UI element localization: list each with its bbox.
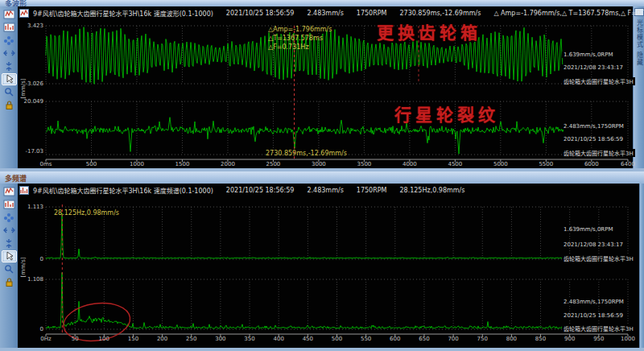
- x-tick-label: 0Hz: [32, 336, 60, 342]
- spectrum-cursor-label: 28.125Hz,0.98mm/s: [54, 209, 119, 217]
- header-channel: 9#风机\齿轮箱大齿圈行星轮水平3H\16k 速度频谱(0.1-1000): [33, 186, 213, 195]
- spec2-datetime: 2021/10/25 18:56:59: [562, 312, 625, 319]
- spectrum-chart-icon[interactable]: [2, 22, 17, 34]
- header-rpm: 1750RPM: [357, 10, 387, 17]
- pointer-icon[interactable]: [2, 73, 17, 85]
- spec1-ymax-label: 1.113: [18, 204, 43, 210]
- spectrum-unit-label: [mm/s]: [20, 257, 27, 277]
- spectrum-window: 多频谱 9#风机\齿轮箱大齿圈行星轮水平3H\16k 速度频谱(0.1-1000…: [0, 171, 644, 351]
- header-chart-icon: [19, 9, 29, 18]
- x-tick-label: 50: [61, 336, 89, 342]
- x-tick-label: 5000: [487, 161, 514, 167]
- trace2-ymin-label: -17.03: [18, 148, 43, 155]
- waveform-toolbar: [0, 6, 18, 168]
- waveform-header-bar: 9#风机\齿轮箱大齿圈行星轮水平3H\16k 速度波形(0.1-1000) 20…: [18, 7, 644, 19]
- diagnosis-planet-gear-crack: 行星轮裂纹: [394, 101, 499, 126]
- spectrum-right-border: [639, 184, 644, 348]
- x-tick-label: 150: [119, 336, 147, 342]
- waveform-window: 多波形 9#风机\齿轮箱大齿圈行星轮水平3H\16k 速度波形(0.1-1000…: [0, 0, 644, 171]
- header-datetime: 2021/10/25 18:56:59: [226, 187, 295, 194]
- waveform-window-titlebar[interactable]: 多波形: [0, 0, 644, 6]
- trace1-ymax-label: 3.423: [18, 23, 43, 29]
- x-tick-label: 0ms: [32, 161, 60, 167]
- spec2-overall-rpm: 2.483mm/s,1750RPM: [562, 299, 625, 305]
- spectrum-plot-area: 9#风机\齿轮箱大齿圈行星轮水平3H\16k 速度频谱(0.1-1000) 20…: [18, 184, 639, 348]
- x-tick-label: 6000: [578, 161, 605, 167]
- lock-icon[interactable]: [2, 276, 17, 288]
- delta-t-annotation: △T=1367.578ms: [268, 35, 323, 42]
- x-tick-label: 4500: [441, 161, 469, 167]
- spectrum-chart-icon[interactable]: [2, 199, 17, 211]
- trace2-channel: 齿轮箱大齿圈行星轮水平3H: [562, 149, 635, 157]
- trace1-overall-rpm: 1.639mm/s,0RPM: [562, 52, 615, 58]
- header-channel: 9#风机\齿轮箱大齿圈行星轮水平3H\16k 速度波形(0.1-1000): [33, 9, 213, 18]
- x-tick-label: 550: [353, 336, 380, 342]
- x-tick-label: 5500: [532, 161, 559, 167]
- diagnosis-replace-gearbox: 更换齿轮箱: [377, 19, 481, 43]
- x-tick-label: 4000: [396, 161, 423, 167]
- x-tick-label: 6400: [614, 161, 642, 167]
- trace2-datetime: 2021/10/25 18:56:59: [562, 136, 625, 142]
- waveform-unit-label: [mm/s]: [20, 78, 27, 98]
- x-tick-label: 100: [90, 336, 118, 342]
- x-tick-label: 500: [77, 161, 105, 167]
- delta-f-annotation: △F=0.731Hz: [268, 43, 309, 51]
- x-tick-label: 500: [324, 336, 351, 342]
- x-tick-label: 950: [585, 336, 613, 342]
- x-tick-label: 2000: [214, 161, 242, 167]
- trace2-ymax-label: 20.049: [18, 98, 43, 105]
- lock-icon[interactable]: [2, 99, 17, 111]
- x-tick-label: 850: [527, 336, 555, 342]
- trace2-overall-rpm: 2.483mm/s,1750RPM: [562, 123, 625, 130]
- spec2-ymin-label: 0: [18, 326, 43, 332]
- spectrum-window-title: 多频谱: [0, 171, 644, 184]
- spectrum-window-titlebar[interactable]: 多频谱: [0, 171, 644, 184]
- x-tick-label: 3000: [305, 161, 332, 167]
- trace1-channel: 齿轮箱大齿圈行星轮水平3H: [562, 77, 635, 85]
- compress-v-icon[interactable]: [2, 237, 17, 250]
- header-rpm: 1750RPM: [357, 187, 387, 194]
- header-delta-values: △ Amp=-1.796mm/s,△ T=1367.578ms,△ F=0.73…: [493, 10, 644, 17]
- spec1-overall-rpm: 1.639mm/s,0RPM: [562, 226, 615, 233]
- x-tick-label: 650: [411, 336, 438, 342]
- hide-tab[interactable]: 隐藏: [634, 52, 644, 66]
- x-tick-label: 1000: [123, 161, 151, 167]
- overlay-icon[interactable]: [2, 35, 17, 47]
- spectrum-header-bar: 9#风机\齿轮箱大齿圈行星轮水平3H\16k 速度频谱(0.1-1000) 20…: [18, 184, 477, 196]
- x-tick-label: 400: [265, 336, 292, 342]
- spectrum-plot[interactable]: [18, 184, 639, 348]
- x-tick-label: 3500: [350, 161, 378, 167]
- waveform-chart-icon[interactable]: [2, 9, 17, 21]
- overlay-icon[interactable]: [2, 212, 17, 224]
- x-tick-label: 1500: [168, 161, 196, 167]
- x-tick-label: 250: [178, 336, 205, 342]
- spec1-channel: 齿轮箱大齿圈行星轮水平3H: [562, 254, 635, 262]
- waveform-chart-icon[interactable]: [2, 186, 17, 198]
- zoom-icon[interactable]: [2, 263, 17, 275]
- pointer-icon[interactable]: [2, 250, 17, 262]
- x-tick-label: 350: [236, 336, 263, 342]
- waveform-x-axis-ticks: 0ms5001000150020002500300035004000450050…: [18, 161, 633, 169]
- vibration-analysis-app: 多波形 9#风机\齿轮箱大齿圈行星轮水平3H\16k 速度波形(0.1-1000…: [0, 0, 644, 351]
- header-cursor-value: 2730.859ms,-12.69mm/s: [399, 10, 481, 17]
- spec1-datetime: 2021/12/08 23:43:17: [562, 242, 625, 248]
- x-tick-label: 2500: [259, 161, 287, 167]
- header-datetime: 2021/10/25 18:56:59: [226, 10, 295, 17]
- trace1-datetime: 2021/12/08 23:43:17: [562, 64, 625, 71]
- zoom-icon[interactable]: [2, 86, 17, 98]
- waveform-side-panel: 光标模式 隐藏: [633, 6, 644, 168]
- expand-h-icon[interactable]: [2, 47, 17, 60]
- x-tick-label: 800: [497, 336, 525, 342]
- cursor-mode-tab[interactable]: 光标模式: [634, 19, 644, 48]
- header-overall: 2.483mm/s: [307, 187, 343, 194]
- expand-h-icon[interactable]: [2, 225, 17, 237]
- x-tick-label: 900: [556, 336, 584, 342]
- x-tick-label: 700: [440, 336, 467, 342]
- waveform-window-title: 多波形: [0, 0, 644, 6]
- header-chart-icon: [19, 186, 29, 195]
- x-tick-label: 750: [469, 336, 496, 342]
- spec2-channel: 齿轮箱大齿圈行星轮水平3H: [562, 324, 635, 332]
- compress-v-icon[interactable]: [2, 60, 17, 72]
- x-tick-label: 450: [294, 336, 321, 342]
- header-cursor-value: 28.125Hz,0.98mm/s: [399, 187, 464, 194]
